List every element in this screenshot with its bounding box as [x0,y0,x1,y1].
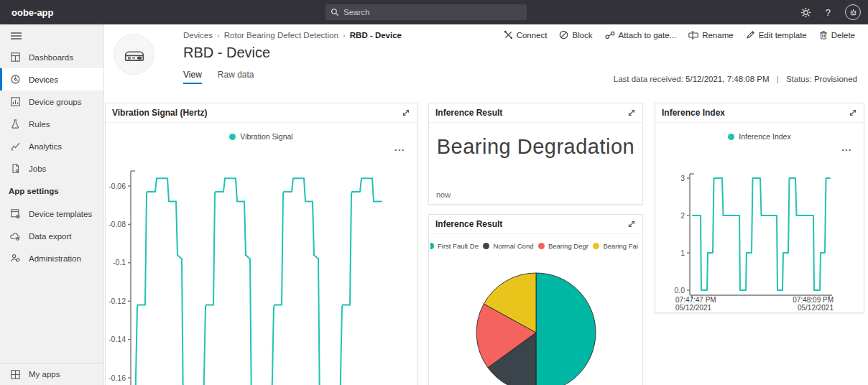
expand-tile-button[interactable] [627,108,636,117]
breadcrumb: Devices › Rotor Bearing Defect Detection… [183,31,402,40]
svg-text:-0.12: -0.12 [108,297,126,305]
sidebar-spacer [0,269,103,363]
edit-template-button[interactable]: Edit template [746,30,807,40]
connect-icon [504,30,513,40]
sidebar-item-label: Administration [29,254,81,263]
iot-device-icon [121,41,148,68]
expand-tile-button[interactable] [627,220,636,228]
help-button[interactable]: ? [826,7,831,18]
toolbar-label: Block [572,31,592,40]
sidebar-item-label: Data export [29,232,71,241]
connect-button[interactable]: Connect [504,30,548,40]
svg-text:-0.08: -0.08 [108,220,126,228]
tile-title: Vibration Signal (Hertz) [112,108,207,118]
left-nav-sidebar: Dashboards Devices Device groups Rules [0,24,104,385]
sidebar-item-devices[interactable]: Devices [0,68,103,91]
user-avatar[interactable] [845,4,861,20]
administration-icon [10,254,20,264]
search-box[interactable] [326,4,527,20]
legend-label: Normal Cond [493,242,533,250]
legend-label: Inference Index [739,132,790,141]
status-line: Last data received: 5/12/2021, 7:48:08 P… [614,75,857,83]
breadcrumb-template[interactable]: Rotor Bearing Defect Detection [224,31,338,40]
sidebar-item-device-templates[interactable]: Device templates [0,203,103,225]
expand-icon [627,220,636,228]
legend-dot [229,134,236,140]
svg-text:2: 2 [680,211,685,220]
last-data-label: Last data received: [614,75,683,83]
app-title: oobe-app [11,7,54,18]
page-title: RBD - Device [183,45,270,61]
jobs-icon [10,164,20,174]
hamburger-icon [11,32,22,40]
tile-options-button[interactable]: ••• [842,147,852,153]
legend-dot [538,243,545,249]
sidebar-item-label: Analytics [29,142,62,151]
expand-icon [849,108,857,117]
inference-result-text-tile: Inference Result Bearing Degradation now [428,103,643,205]
top-app-bar: oobe-app ? [0,0,868,24]
sidebar-item-dashboards[interactable]: Dashboards [0,46,103,68]
attach-gateway-icon [605,31,615,40]
attach-to-gateway-button[interactable]: Attach to gate... [605,30,677,40]
sidebar-item-data-export[interactable]: Data export [0,225,103,247]
pie-legend: First Fault De Normal Cond Bearing Degr … [429,242,642,250]
device-avatar [114,34,154,75]
expand-tile-button[interactable] [849,108,857,117]
status-divider: | [777,75,779,83]
trash-icon [819,30,828,40]
nav-collapse-button[interactable] [0,24,103,46]
rename-icon [688,31,698,40]
rename-button[interactable]: Rename [688,30,733,40]
edit-pencil-icon [746,30,755,40]
status-label: Status: [786,75,812,83]
dashboards-icon [10,52,20,62]
vibration-signal-tile: Vibration Signal (Hertz) Vibration Signa… [105,103,417,385]
toolbar-label: Attach to gate... [619,31,677,40]
sidebar-item-device-groups[interactable]: Device groups [0,91,103,113]
search-icon [331,8,339,17]
svg-text:-0.06: -0.06 [108,182,126,190]
device-templates-icon [10,209,20,219]
chart-legend: Inference Index [655,132,864,141]
sidebar-item-jobs[interactable]: Jobs [0,157,103,180]
inference-index-line-chart: 3210.0 [655,168,865,299]
search-input[interactable] [343,8,509,17]
tile-options-button[interactable]: ••• [395,147,405,153]
svg-text:-0.16: -0.16 [108,374,126,382]
tab-view[interactable]: View [183,70,202,84]
toolbar-label: Connect [517,31,548,40]
sidebar-item-my-apps[interactable]: My apps [0,363,103,385]
sidebar-item-label: Device templates [29,210,92,218]
device-command-bar: Connect Block Attach to gate... Rename E [504,30,855,40]
breadcrumb-devices[interactable]: Devices [183,31,213,40]
legend-label: Bearing Degr [548,242,588,250]
x-axis-label-end: 07:48:09 PM 05/12/2021 [793,296,834,312]
sidebar-item-label: My apps [29,370,60,379]
analytics-icon [10,142,20,152]
sidebar-item-label: Dashboards [29,53,73,62]
x-axis-date: 05/12/2021 [793,304,834,312]
sidebar-item-administration[interactable]: Administration [0,247,103,269]
tile-title: Inference Index [662,108,725,118]
block-button[interactable]: Block [559,30,592,40]
sidebar-item-label: Devices [29,75,58,84]
rules-icon [10,119,20,129]
svg-text:-0.1: -0.1 [113,258,126,266]
sidebar-item-analytics[interactable]: Analytics [0,135,103,157]
my-apps-icon [10,369,20,379]
tile-title: Inference Result [435,108,502,118]
delete-button[interactable]: Delete [819,30,855,40]
settings-gear-icon[interactable] [800,7,811,18]
devices-icon [10,75,20,85]
tab-raw-data[interactable]: Raw data [218,70,254,84]
sidebar-item-rules[interactable]: Rules [0,113,103,135]
legend-label: First Fault De [438,242,479,250]
x-axis-time: 07:47:47 PM [675,296,716,304]
legend-item: First Fault De [430,242,479,250]
expand-tile-button[interactable] [402,108,410,117]
inference-result-value: Bearing Degradation [429,131,642,162]
bot-avatar-icon [849,8,858,17]
last-data-value: 5/12/2021, 7:48:08 PM [685,75,769,83]
inference-result-pie-tile: Inference Result First Fault De Normal C… [428,214,643,385]
